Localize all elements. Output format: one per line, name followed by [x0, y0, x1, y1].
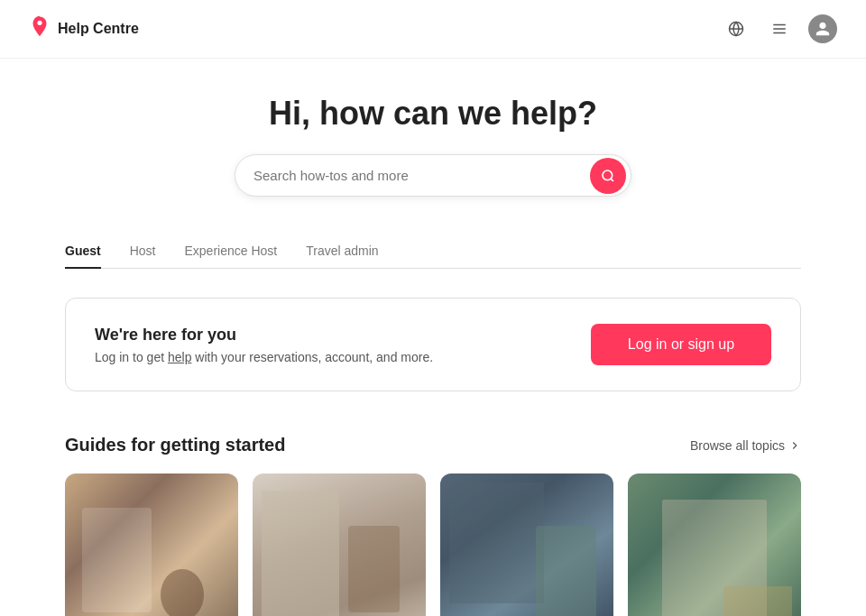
browse-all-link[interactable]: Browse all topics — [690, 438, 801, 453]
guide-card-accessing-account[interactable]: Accessing your account — [253, 473, 426, 616]
search-input[interactable] — [235, 154, 631, 197]
search-container — [235, 154, 631, 197]
tabs-section: Guest Host Experience Host Travel admin — [65, 233, 801, 269]
guide-card-help-hosting[interactable]: Help with hosting — [628, 473, 801, 616]
svg-point-5 — [603, 170, 613, 180]
tab-travel-admin[interactable]: Travel admin — [306, 233, 378, 269]
guide-card-getting-started[interactable]: Getting started with Airbnb — [65, 473, 238, 616]
header: Help Centre — [0, 0, 866, 59]
hero-section: Hi, how can we help? — [65, 95, 801, 197]
cta-text: We're here for you Log in to get help wi… — [95, 326, 433, 364]
user-avatar[interactable] — [808, 14, 837, 43]
logo-text: Help Centre — [58, 21, 139, 37]
search-button[interactable] — [590, 158, 626, 194]
logo[interactable]: Help Centre — [29, 15, 139, 42]
browse-all-label: Browse all topics — [690, 438, 785, 453]
tabs: Guest Host Experience Host Travel admin — [65, 233, 801, 269]
guide-image-getting-started — [65, 473, 238, 616]
login-signup-button[interactable]: Log in or sign up — [591, 324, 771, 365]
cta-subtext: Log in to get help with your reservation… — [95, 350, 433, 364]
guide-image-accessing-account — [253, 473, 426, 616]
guide-image-help-reservation — [440, 473, 613, 616]
main-content: Hi, how can we help? Guest Host Experien… — [36, 59, 830, 616]
airbnb-logo-icon — [29, 15, 51, 42]
cta-heading: We're here for you — [95, 326, 433, 345]
cta-help-link[interactable]: help — [168, 350, 191, 364]
svg-line-6 — [611, 179, 613, 181]
header-actions — [722, 14, 837, 43]
tab-host[interactable]: Host — [130, 233, 156, 269]
guide-image-help-hosting — [628, 473, 801, 616]
guide-card-help-reservation[interactable]: Help with a reservation — [440, 473, 613, 616]
guides-header: Guides for getting started Browse all to… — [65, 435, 801, 455]
tab-experience-host[interactable]: Experience Host — [184, 233, 277, 269]
menu-icon[interactable] — [765, 14, 794, 43]
cta-banner: We're here for you Log in to get help wi… — [65, 298, 801, 391]
hero-title: Hi, how can we help? — [65, 95, 801, 133]
guides-grid: Getting started with Airbnb Accessing yo… — [65, 473, 801, 616]
globe-icon[interactable] — [722, 14, 751, 43]
guides-title: Guides for getting started — [65, 435, 285, 455]
tab-guest[interactable]: Guest — [65, 233, 101, 269]
guides-section: Guides for getting started Browse all to… — [65, 435, 801, 616]
